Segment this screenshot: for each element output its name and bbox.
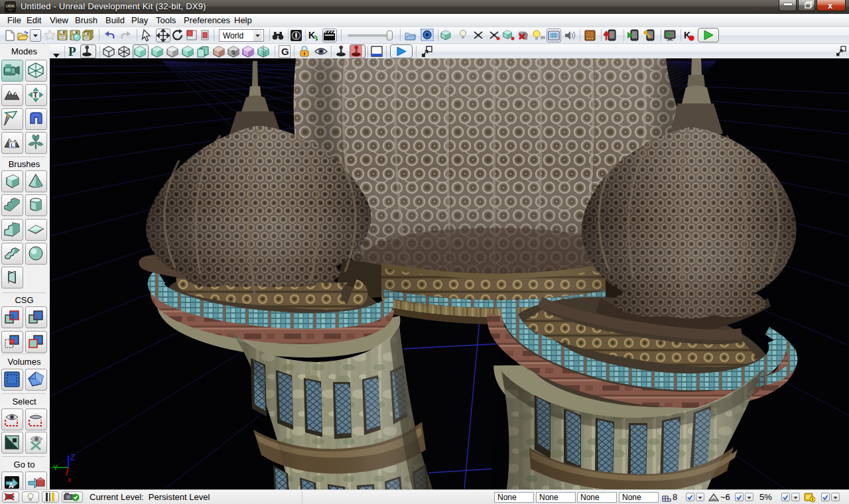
svg-text:A: A bbox=[9, 482, 13, 489]
svg-text:m: m bbox=[541, 34, 545, 40]
svg-text:Z: Z bbox=[70, 453, 75, 462]
svg-text:UDK: UDK bbox=[6, 4, 15, 8]
svg-text:S: S bbox=[231, 49, 235, 56]
svg-text:T: T bbox=[33, 91, 38, 99]
svg-text:L: L bbox=[11, 142, 15, 149]
svg-text:Y: Y bbox=[53, 464, 58, 472]
svg-text:x: x bbox=[68, 475, 72, 483]
svg-text:K: K bbox=[308, 30, 315, 40]
